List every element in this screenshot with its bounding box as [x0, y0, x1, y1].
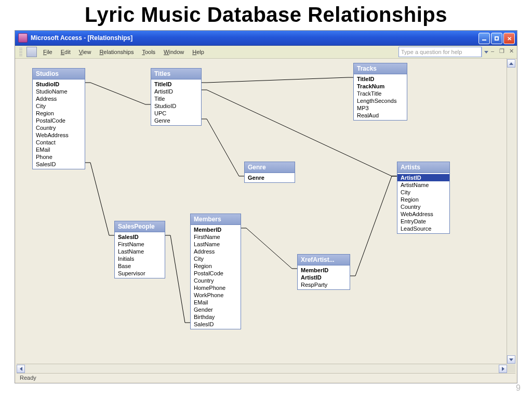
field-city[interactable]: City [33, 102, 85, 110]
table-xrefartist[interactable]: XrefArtist...MemberIDArtistIDRespParty [297, 254, 350, 290]
toolbar-grip-icon[interactable] [19, 48, 22, 56]
field-leadsource[interactable]: LeadSource [397, 225, 449, 232]
table-genre[interactable]: GenreGenre [244, 162, 295, 183]
field-memberid[interactable]: MemberID [191, 226, 241, 233]
mdi-restore-icon[interactable]: ❐ [498, 47, 506, 55]
table-members[interactable]: MembersMemberIDFirstNameLastNameAddressC… [190, 214, 241, 329]
help-search-input[interactable]: Type a question for help [398, 47, 482, 57]
table-header[interactable]: XrefArtist... [298, 255, 350, 265]
field-workphone[interactable]: WorkPhone [191, 291, 241, 299]
field-artistid[interactable]: ArtistID [298, 274, 350, 281]
field-studioid[interactable]: StudioID [33, 81, 85, 88]
table-header[interactable]: Genre [245, 162, 295, 173]
svg-line-20 [355, 176, 392, 276]
table-header[interactable]: Artists [397, 162, 449, 173]
field-realaud[interactable]: RealAud [354, 112, 407, 119]
table-titles[interactable]: TitlesTitleIDArtistIDTitleStudioIDUPCGen… [151, 68, 202, 126]
field-country[interactable]: Country [191, 277, 241, 284]
slide-title: Lyric Music Database Relationships [0, 3, 532, 26]
field-upc[interactable]: UPC [151, 110, 201, 117]
window-titlebar[interactable]: Microsoft Access - [Relationships] ✕ [15, 31, 517, 46]
field-respparty[interactable]: RespParty [298, 281, 350, 288]
field-email[interactable]: EMail [33, 146, 85, 153]
field-supervisor[interactable]: Supervisor [115, 270, 165, 277]
svg-line-17 [246, 228, 292, 269]
scroll-up-icon[interactable] [507, 59, 515, 68]
horizontal-scrollbar[interactable] [17, 364, 507, 373]
table-header[interactable]: Members [191, 214, 241, 225]
field-title[interactable]: Title [151, 95, 201, 102]
field-region[interactable]: Region [191, 262, 241, 270]
field-lastname[interactable]: LastName [115, 248, 165, 255]
table-header[interactable]: Titles [151, 69, 201, 79]
field-lengthseconds[interactable]: LengthSeconds [354, 97, 407, 104]
mdi-minimize-icon[interactable]: – [489, 47, 496, 55]
field-tracknum[interactable]: TrackNum [354, 83, 407, 90]
scroll-right-icon[interactable] [499, 365, 507, 373]
field-firstname[interactable]: FirstName [115, 241, 165, 248]
field-contact[interactable]: Contact [33, 139, 85, 146]
field-salesid[interactable]: SalesID [115, 233, 165, 241]
field-lastname[interactable]: LastName [191, 241, 241, 248]
field-base[interactable]: Base [115, 262, 165, 270]
field-entrydate[interactable]: EntryDate [397, 218, 449, 225]
scroll-left-icon[interactable] [17, 365, 25, 373]
close-button[interactable]: ✕ [503, 33, 515, 44]
field-postalcode[interactable]: PostalCode [33, 117, 85, 124]
field-titleid[interactable]: TitleID [151, 81, 201, 88]
field-tracktitle[interactable]: TrackTitle [354, 90, 407, 97]
field-initials[interactable]: Initials [115, 255, 165, 262]
field-email[interactable]: EMail [191, 299, 241, 306]
menu-view[interactable]: View [75, 47, 96, 57]
relationships-tool-icon[interactable] [26, 47, 37, 57]
scroll-down-icon[interactable] [507, 355, 515, 364]
relationships-canvas[interactable]: StudiosStudioIDStudioNameAddressCityRegi… [17, 59, 507, 364]
field-firstname[interactable]: FirstName [191, 233, 241, 241]
field-postalcode[interactable]: PostalCode [191, 270, 241, 277]
field-webaddress[interactable]: WebAddress [397, 210, 449, 218]
field-country[interactable]: Country [397, 203, 449, 210]
field-genre[interactable]: Genre [245, 174, 295, 181]
mdi-close-icon[interactable]: ✕ [508, 47, 515, 55]
field-artistid[interactable]: ArtistID [397, 174, 449, 181]
field-salesid[interactable]: SalesID [33, 161, 85, 168]
scroll-corner [507, 364, 515, 373]
vertical-scrollbar[interactable] [507, 59, 515, 364]
minimize-button[interactable] [478, 33, 490, 44]
menu-edit[interactable]: Edit [57, 47, 75, 57]
field-genre[interactable]: Genre [151, 117, 201, 124]
field-city[interactable]: City [191, 255, 241, 262]
table-header[interactable]: Tracks [354, 63, 407, 74]
field-phone[interactable]: Phone [33, 153, 85, 161]
field-homephone[interactable]: HomePhone [191, 284, 241, 291]
field-city[interactable]: City [397, 189, 449, 196]
field-address[interactable]: Address [33, 95, 85, 102]
menu-window[interactable]: Window [159, 47, 188, 57]
field-gender[interactable]: Gender [191, 306, 241, 313]
field-webaddress[interactable]: WebAddress [33, 131, 85, 139]
field-country[interactable]: Country [33, 124, 85, 131]
table-tracks[interactable]: TracksTitleIDTrackNumTrackTitleLengthSec… [353, 63, 407, 121]
field-artistid[interactable]: ArtistID [151, 88, 201, 95]
menu-file[interactable]: File [39, 47, 57, 57]
menu-tools[interactable]: Tools [138, 47, 159, 57]
menu-help[interactable]: Help [188, 47, 208, 57]
field-birthday[interactable]: Birthday [191, 313, 241, 321]
field-region[interactable]: Region [397, 196, 449, 203]
field-region[interactable]: Region [33, 110, 85, 117]
table-salespeople[interactable]: SalesPeopleSalesIDFirstNameLastNameIniti… [114, 221, 165, 278]
table-header[interactable]: Studios [33, 69, 85, 79]
maximize-button[interactable] [491, 33, 502, 44]
field-memberid[interactable]: MemberID [298, 267, 350, 274]
field-artistname[interactable]: ArtistName [397, 181, 449, 189]
field-mp3[interactable]: MP3 [354, 104, 407, 112]
field-studioid[interactable]: StudioID [151, 102, 201, 110]
field-studioname[interactable]: StudioName [33, 88, 85, 95]
field-address[interactable]: Address [191, 248, 241, 255]
field-titleid[interactable]: TitleID [354, 75, 407, 83]
menu-relationships[interactable]: Relationships [95, 47, 138, 57]
field-salesid[interactable]: SalesID [191, 321, 241, 328]
table-studios[interactable]: StudiosStudioIDStudioNameAddressCityRegi… [32, 68, 85, 169]
table-artists[interactable]: ArtistsArtistIDArtistNameCityRegionCount… [397, 162, 450, 234]
table-header[interactable]: SalesPeople [115, 221, 165, 232]
